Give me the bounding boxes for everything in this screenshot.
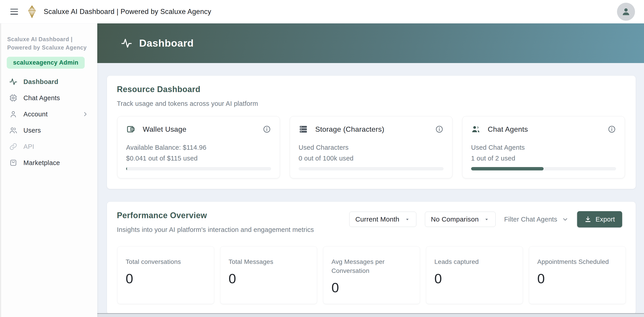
sidebar-item-marketplace[interactable]: Marketplace: [6, 155, 91, 171]
metric-card-total-conversations: Total conversations 0: [117, 246, 214, 304]
sidebar-item-api[interactable]: API: [6, 138, 91, 155]
filter-chat-agents-label: Filter Chat Agents: [504, 216, 557, 223]
comparison-select[interactable]: No Comparison: [425, 212, 496, 227]
chevron-right-icon: [82, 111, 89, 118]
activity-icon: [121, 37, 132, 49]
metric-value: 0: [537, 271, 618, 286]
sidebar-nav: Dashboard Chat Agents Account: [6, 74, 91, 171]
metric-label: Total Messages: [228, 257, 309, 266]
metric-value: 0: [228, 271, 309, 286]
metric-label: Leads captured: [434, 257, 514, 266]
caret-down-icon: [484, 216, 490, 222]
performance-overview-panel: Performance Overview Insights into your …: [107, 202, 636, 314]
comparison-select-value: No Comparison: [431, 216, 479, 223]
info-icon[interactable]: [608, 125, 616, 134]
metric-card-appointments-scheduled: Appointments Scheduled 0: [529, 246, 626, 304]
usage-cards-row: Wallet Usage Available Balance: $114.96 …: [117, 116, 625, 178]
metric-label: Total conversations: [126, 257, 206, 266]
menu-toggle-icon[interactable]: [10, 9, 18, 15]
resource-dashboard-panel: Resource Dashboard Track usage and token…: [107, 76, 636, 189]
page-title: Dashboard: [139, 37, 194, 49]
wallet-usage-card: Wallet Usage Available Balance: $114.96 …: [117, 116, 280, 178]
sidebar: Scaluxe AI Dashboard | Powered by Scalux…: [0, 24, 97, 317]
user-icon: [9, 110, 18, 118]
sidebar-item-users[interactable]: Users: [6, 122, 91, 138]
workspace-title: Scaluxe AI Dashboard | Powered by Scalux…: [6, 35, 91, 52]
usage-line2: $0.041 out of $115 used: [126, 155, 271, 162]
brand-gem-icon: [28, 5, 36, 18]
metric-card-avg-messages: Avg Messages per Conversation 0: [323, 246, 420, 304]
sidebar-item-chat-agents[interactable]: Chat Agents: [6, 90, 91, 106]
sidebar-item-label: Account: [24, 110, 48, 118]
user-avatar[interactable]: [617, 3, 635, 21]
chevron-down-icon: [562, 216, 568, 223]
progress-bar: [126, 167, 271, 170]
metric-card-leads-captured: Leads captured 0: [426, 246, 523, 304]
usage-line2: 0 out of 100k used: [298, 155, 444, 162]
sidebar-item-account[interactable]: Account: [6, 106, 91, 122]
metric-card-total-messages: Total Messages 0: [220, 246, 317, 304]
metric-value: 0: [434, 271, 514, 286]
admin-badge: scaluxeagency Admin: [7, 57, 85, 69]
link-icon: [9, 142, 18, 151]
sidebar-item-dashboard[interactable]: Dashboard: [6, 74, 91, 90]
info-icon[interactable]: [262, 125, 271, 134]
sidebar-item-label: Marketplace: [24, 159, 60, 166]
usage-line1: Used Chat Agents: [471, 144, 616, 151]
chip-icon: [9, 94, 18, 102]
filter-chat-agents-dropdown[interactable]: Filter Chat Agents: [504, 216, 568, 223]
usage-line2: 1 out of 2 used: [471, 155, 616, 162]
page-header-banner: Dashboard: [97, 24, 644, 63]
metric-value: 0: [332, 280, 412, 296]
resource-dashboard-title: Resource Dashboard: [117, 85, 626, 94]
main-content: Resource Dashboard Track usage and token…: [97, 63, 644, 317]
activity-icon: [9, 78, 18, 86]
metrics-row: Total conversations 0 Total Messages 0 A…: [117, 246, 626, 304]
usage-line1: Used Characters: [298, 144, 444, 151]
metric-label: Appointments Scheduled: [537, 257, 618, 266]
export-button-label: Export: [596, 216, 615, 223]
sidebar-item-label: Users: [24, 127, 41, 134]
server-icon: [298, 124, 308, 134]
users-icon: [471, 124, 480, 134]
top-bar: Scaluxe AI Dashboard | Powered by Scalux…: [0, 0, 644, 24]
chat-agents-usage-card: Chat Agents Used Chat Agents 1 out of 2 …: [462, 116, 625, 178]
progress-fill: [126, 167, 127, 170]
period-select[interactable]: Current Month: [349, 212, 416, 227]
download-icon: [584, 216, 592, 223]
sidebar-item-label: Dashboard: [24, 78, 58, 86]
resource-dashboard-subtitle: Track usage and tokens across your AI pl…: [117, 100, 626, 108]
wallet-icon: [126, 124, 136, 134]
app-title: Scaluxe AI Dashboard | Powered by Scalux…: [44, 8, 211, 16]
period-select-value: Current Month: [355, 216, 400, 223]
progress-bar: [471, 167, 616, 170]
usage-card-title: Storage (Characters): [315, 125, 384, 134]
usage-card-title: Chat Agents: [488, 125, 528, 134]
progress-bar: [298, 167, 444, 170]
storage-usage-card: Storage (Characters) Used Characters 0 o…: [290, 116, 452, 178]
bag-icon: [9, 158, 18, 167]
export-button[interactable]: Export: [577, 211, 622, 228]
info-icon[interactable]: [435, 125, 444, 134]
users-icon: [9, 126, 18, 135]
metric-label: Avg Messages per Conversation: [332, 257, 412, 275]
caret-down-icon: [404, 216, 410, 222]
usage-card-title: Wallet Usage: [143, 125, 186, 134]
progress-fill: [471, 167, 544, 170]
sidebar-item-label: API: [24, 143, 34, 150]
sidebar-item-label: Chat Agents: [24, 94, 60, 102]
horizontal-scrollbar[interactable]: [97, 313, 644, 317]
metric-value: 0: [126, 271, 206, 286]
usage-line1: Available Balance: $114.96: [126, 144, 271, 151]
performance-controls: Current Month No Comparison Filter Chat …: [349, 211, 622, 228]
